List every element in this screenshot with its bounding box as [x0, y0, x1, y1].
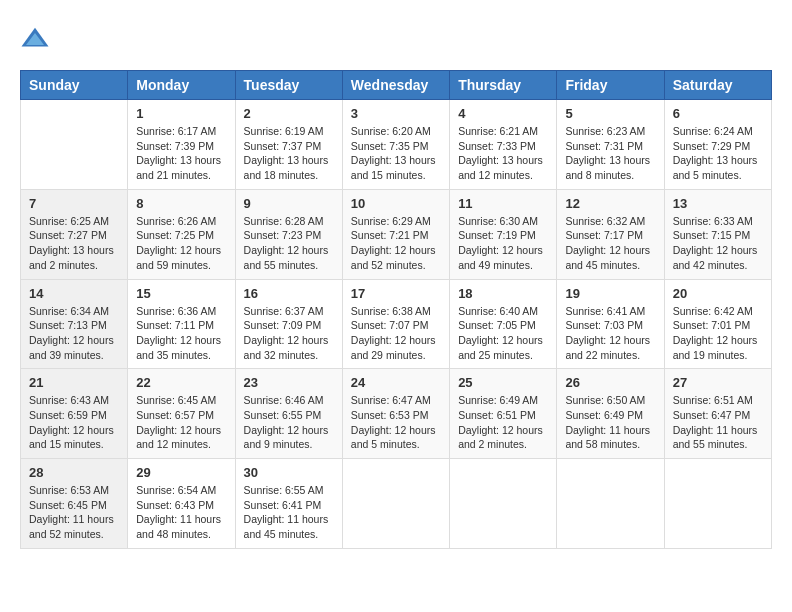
calendar-cell: 8Sunrise: 6:26 AMSunset: 7:25 PMDaylight…	[128, 189, 235, 279]
day-number: 20	[673, 286, 763, 301]
calendar-cell: 9Sunrise: 6:28 AMSunset: 7:23 PMDaylight…	[235, 189, 342, 279]
page-header	[20, 20, 772, 54]
week-row-4: 21Sunrise: 6:43 AMSunset: 6:59 PMDayligh…	[21, 369, 772, 459]
day-info: Sunrise: 6:50 AMSunset: 6:49 PMDaylight:…	[565, 393, 655, 452]
calendar-cell: 29Sunrise: 6:54 AMSunset: 6:43 PMDayligh…	[128, 459, 235, 549]
calendar-cell: 25Sunrise: 6:49 AMSunset: 6:51 PMDayligh…	[450, 369, 557, 459]
calendar-cell: 27Sunrise: 6:51 AMSunset: 6:47 PMDayligh…	[664, 369, 771, 459]
calendar-cell: 21Sunrise: 6:43 AMSunset: 6:59 PMDayligh…	[21, 369, 128, 459]
calendar-cell: 6Sunrise: 6:24 AMSunset: 7:29 PMDaylight…	[664, 100, 771, 190]
calendar-cell: 24Sunrise: 6:47 AMSunset: 6:53 PMDayligh…	[342, 369, 449, 459]
day-number: 22	[136, 375, 226, 390]
day-info: Sunrise: 6:29 AMSunset: 7:21 PMDaylight:…	[351, 214, 441, 273]
calendar-cell: 16Sunrise: 6:37 AMSunset: 7:09 PMDayligh…	[235, 279, 342, 369]
day-number: 30	[244, 465, 334, 480]
day-number: 21	[29, 375, 119, 390]
day-info: Sunrise: 6:54 AMSunset: 6:43 PMDaylight:…	[136, 483, 226, 542]
calendar-cell: 28Sunrise: 6:53 AMSunset: 6:45 PMDayligh…	[21, 459, 128, 549]
calendar-cell: 1Sunrise: 6:17 AMSunset: 7:39 PMDaylight…	[128, 100, 235, 190]
day-number: 15	[136, 286, 226, 301]
day-info: Sunrise: 6:19 AMSunset: 7:37 PMDaylight:…	[244, 124, 334, 183]
day-header-tuesday: Tuesday	[235, 71, 342, 100]
day-info: Sunrise: 6:20 AMSunset: 7:35 PMDaylight:…	[351, 124, 441, 183]
day-info: Sunrise: 6:47 AMSunset: 6:53 PMDaylight:…	[351, 393, 441, 452]
calendar-cell: 3Sunrise: 6:20 AMSunset: 7:35 PMDaylight…	[342, 100, 449, 190]
day-number: 11	[458, 196, 548, 211]
calendar-cell: 15Sunrise: 6:36 AMSunset: 7:11 PMDayligh…	[128, 279, 235, 369]
day-info: Sunrise: 6:28 AMSunset: 7:23 PMDaylight:…	[244, 214, 334, 273]
day-number: 16	[244, 286, 334, 301]
calendar-header-row: SundayMondayTuesdayWednesdayThursdayFrid…	[21, 71, 772, 100]
day-header-wednesday: Wednesday	[342, 71, 449, 100]
calendar-cell: 12Sunrise: 6:32 AMSunset: 7:17 PMDayligh…	[557, 189, 664, 279]
day-info: Sunrise: 6:51 AMSunset: 6:47 PMDaylight:…	[673, 393, 763, 452]
calendar-cell: 22Sunrise: 6:45 AMSunset: 6:57 PMDayligh…	[128, 369, 235, 459]
day-info: Sunrise: 6:38 AMSunset: 7:07 PMDaylight:…	[351, 304, 441, 363]
day-number: 28	[29, 465, 119, 480]
day-info: Sunrise: 6:26 AMSunset: 7:25 PMDaylight:…	[136, 214, 226, 273]
day-info: Sunrise: 6:45 AMSunset: 6:57 PMDaylight:…	[136, 393, 226, 452]
day-number: 10	[351, 196, 441, 211]
day-info: Sunrise: 6:43 AMSunset: 6:59 PMDaylight:…	[29, 393, 119, 452]
calendar-cell	[450, 459, 557, 549]
calendar-cell: 17Sunrise: 6:38 AMSunset: 7:07 PMDayligh…	[342, 279, 449, 369]
day-info: Sunrise: 6:24 AMSunset: 7:29 PMDaylight:…	[673, 124, 763, 183]
day-info: Sunrise: 6:32 AMSunset: 7:17 PMDaylight:…	[565, 214, 655, 273]
day-info: Sunrise: 6:37 AMSunset: 7:09 PMDaylight:…	[244, 304, 334, 363]
day-info: Sunrise: 6:42 AMSunset: 7:01 PMDaylight:…	[673, 304, 763, 363]
calendar-cell: 2Sunrise: 6:19 AMSunset: 7:37 PMDaylight…	[235, 100, 342, 190]
day-number: 27	[673, 375, 763, 390]
day-number: 26	[565, 375, 655, 390]
day-info: Sunrise: 6:36 AMSunset: 7:11 PMDaylight:…	[136, 304, 226, 363]
day-info: Sunrise: 6:46 AMSunset: 6:55 PMDaylight:…	[244, 393, 334, 452]
calendar-table: SundayMondayTuesdayWednesdayThursdayFrid…	[20, 70, 772, 549]
calendar-cell: 10Sunrise: 6:29 AMSunset: 7:21 PMDayligh…	[342, 189, 449, 279]
day-info: Sunrise: 6:23 AMSunset: 7:31 PMDaylight:…	[565, 124, 655, 183]
calendar-cell: 14Sunrise: 6:34 AMSunset: 7:13 PMDayligh…	[21, 279, 128, 369]
day-number: 13	[673, 196, 763, 211]
day-number: 25	[458, 375, 548, 390]
day-info: Sunrise: 6:30 AMSunset: 7:19 PMDaylight:…	[458, 214, 548, 273]
calendar-cell	[21, 100, 128, 190]
day-info: Sunrise: 6:33 AMSunset: 7:15 PMDaylight:…	[673, 214, 763, 273]
day-info: Sunrise: 6:25 AMSunset: 7:27 PMDaylight:…	[29, 214, 119, 273]
day-info: Sunrise: 6:53 AMSunset: 6:45 PMDaylight:…	[29, 483, 119, 542]
day-info: Sunrise: 6:40 AMSunset: 7:05 PMDaylight:…	[458, 304, 548, 363]
day-number: 19	[565, 286, 655, 301]
week-row-2: 7Sunrise: 6:25 AMSunset: 7:27 PMDaylight…	[21, 189, 772, 279]
logo-icon	[20, 24, 50, 54]
day-number: 8	[136, 196, 226, 211]
day-info: Sunrise: 6:41 AMSunset: 7:03 PMDaylight:…	[565, 304, 655, 363]
day-info: Sunrise: 6:34 AMSunset: 7:13 PMDaylight:…	[29, 304, 119, 363]
day-number: 24	[351, 375, 441, 390]
calendar-cell: 20Sunrise: 6:42 AMSunset: 7:01 PMDayligh…	[664, 279, 771, 369]
logo	[20, 24, 54, 54]
day-number: 17	[351, 286, 441, 301]
calendar-cell: 5Sunrise: 6:23 AMSunset: 7:31 PMDaylight…	[557, 100, 664, 190]
day-number: 23	[244, 375, 334, 390]
day-info: Sunrise: 6:17 AMSunset: 7:39 PMDaylight:…	[136, 124, 226, 183]
day-number: 2	[244, 106, 334, 121]
day-number: 3	[351, 106, 441, 121]
day-number: 29	[136, 465, 226, 480]
day-header-friday: Friday	[557, 71, 664, 100]
day-number: 18	[458, 286, 548, 301]
calendar-cell: 13Sunrise: 6:33 AMSunset: 7:15 PMDayligh…	[664, 189, 771, 279]
calendar-cell	[664, 459, 771, 549]
day-info: Sunrise: 6:21 AMSunset: 7:33 PMDaylight:…	[458, 124, 548, 183]
day-header-sunday: Sunday	[21, 71, 128, 100]
day-number: 12	[565, 196, 655, 211]
day-info: Sunrise: 6:49 AMSunset: 6:51 PMDaylight:…	[458, 393, 548, 452]
week-row-1: 1Sunrise: 6:17 AMSunset: 7:39 PMDaylight…	[21, 100, 772, 190]
day-number: 1	[136, 106, 226, 121]
day-info: Sunrise: 6:55 AMSunset: 6:41 PMDaylight:…	[244, 483, 334, 542]
day-header-monday: Monday	[128, 71, 235, 100]
day-header-saturday: Saturday	[664, 71, 771, 100]
calendar-cell: 4Sunrise: 6:21 AMSunset: 7:33 PMDaylight…	[450, 100, 557, 190]
calendar-cell: 11Sunrise: 6:30 AMSunset: 7:19 PMDayligh…	[450, 189, 557, 279]
day-number: 14	[29, 286, 119, 301]
calendar-cell: 30Sunrise: 6:55 AMSunset: 6:41 PMDayligh…	[235, 459, 342, 549]
calendar-cell: 26Sunrise: 6:50 AMSunset: 6:49 PMDayligh…	[557, 369, 664, 459]
day-number: 6	[673, 106, 763, 121]
calendar-cell: 23Sunrise: 6:46 AMSunset: 6:55 PMDayligh…	[235, 369, 342, 459]
